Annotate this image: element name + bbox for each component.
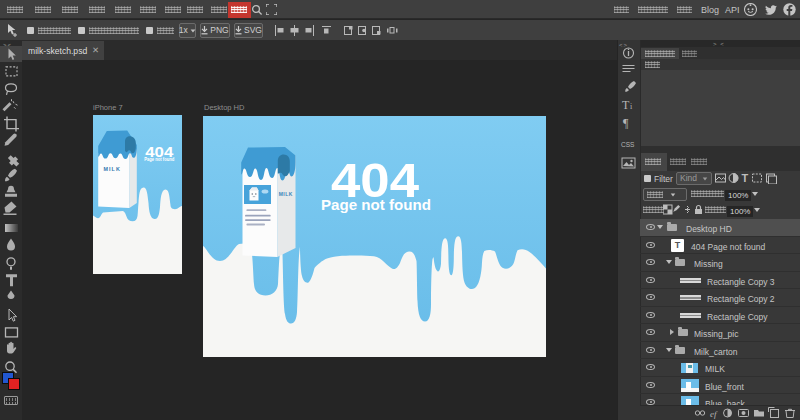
svg-text:T: T <box>742 173 749 184</box>
svg-text:T: T <box>622 98 630 112</box>
svg-text:i: i <box>630 102 633 111</box>
svg-text:MILK: MILK <box>279 191 293 197</box>
svg-text:MILK: MILK <box>103 166 121 172</box>
svg-text:Page not found: Page not found <box>321 197 431 213</box>
svg-text:ef: ef <box>710 409 718 419</box>
svg-text:CSS: CSS <box>621 141 635 148</box>
svg-text:Page not found: Page not found <box>144 157 174 162</box>
svg-text:¶: ¶ <box>623 116 629 130</box>
